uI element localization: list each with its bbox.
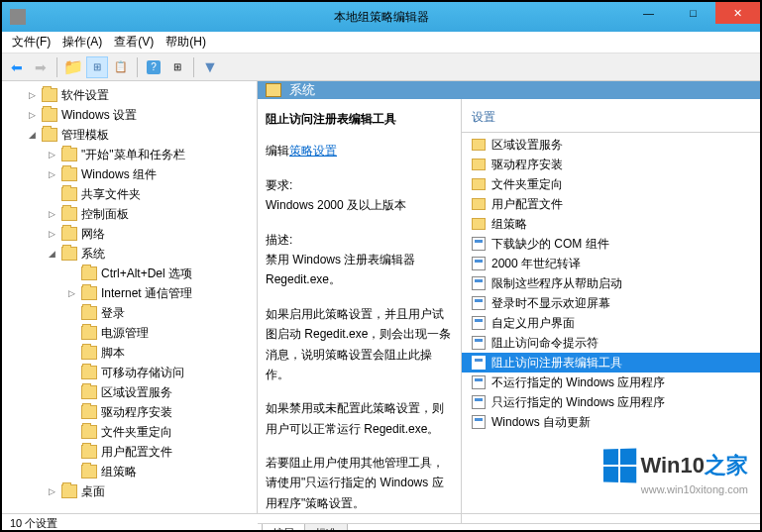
- tree-label: Windows 组件: [81, 166, 157, 183]
- folder-icon: [81, 326, 97, 340]
- tree-label: 软件设置: [61, 87, 109, 104]
- list-item[interactable]: 2000 年世纪转译: [462, 254, 760, 273]
- expand-icon[interactable]: ▷: [46, 486, 57, 496]
- right-panel: 系统 阻止访问注册表编辑工具 编辑策略设置 要求: Windows 2000 及…: [258, 81, 760, 513]
- list-item-label: 登录时不显示欢迎屏幕: [491, 295, 610, 312]
- list-item[interactable]: 文件夹重定向: [462, 174, 760, 194]
- maximize-button[interactable]: □: [671, 2, 715, 24]
- tree-node[interactable]: ▷"开始"菜单和任务栏: [2, 145, 257, 164]
- list-item[interactable]: 区域设置服务: [462, 135, 760, 155]
- menu-file[interactable]: 文件(F): [6, 32, 56, 53]
- tree-node[interactable]: ▷Windows 设置: [2, 105, 257, 125]
- list-item[interactable]: 不运行指定的 Windows 应用程序: [462, 372, 760, 392]
- list-item[interactable]: 阻止访问注册表编辑工具: [462, 353, 760, 372]
- tree-panel[interactable]: ▷软件设置▷Windows 设置◢管理模板▷"开始"菜单和任务栏▷Windows…: [2, 81, 258, 513]
- list-item[interactable]: Windows 自动更新: [462, 412, 760, 432]
- up-button[interactable]: 📁: [62, 56, 84, 78]
- tab-extended[interactable]: 扩展: [262, 524, 305, 532]
- list-item[interactable]: 只运行指定的 Windows 应用程序: [462, 392, 760, 412]
- list-item[interactable]: 登录时不显示欢迎屏幕: [462, 293, 760, 313]
- tree-node[interactable]: 可移动存储访问: [2, 363, 257, 382]
- folder-icon: [61, 167, 77, 181]
- help-button[interactable]: ?: [143, 56, 164, 78]
- tree-node[interactable]: 文件夹重定向: [2, 422, 257, 442]
- tree-node[interactable]: ▷桌面: [2, 481, 257, 501]
- tree-node[interactable]: 组策略: [2, 462, 257, 481]
- list-item-label: 用户配置文件: [491, 196, 563, 213]
- edit-policy-link[interactable]: 策略设置: [289, 144, 337, 158]
- menu-view[interactable]: 查看(V): [108, 32, 160, 53]
- description-p1: 禁用 Windows 注册表编辑器 Regedit.exe。: [266, 250, 453, 290]
- list-column-header[interactable]: 设置: [462, 105, 760, 130]
- title-bar: 本地组策略编辑器 — □ ✕: [2, 2, 760, 32]
- list-item[interactable]: 驱动程序安装: [462, 155, 760, 174]
- folder-icon: [472, 218, 486, 230]
- list-item-label: 组策略: [491, 216, 527, 233]
- folder-icon: [42, 88, 57, 102]
- expand-icon[interactable]: ▷: [26, 110, 38, 120]
- list-item-label: 阻止访问命令提示符: [491, 335, 599, 352]
- tree-label: 区域设置服务: [101, 384, 172, 401]
- list-item[interactable]: 限制这些程序从帮助启动: [462, 273, 760, 293]
- filter-button[interactable]: ▼: [199, 56, 221, 78]
- minimize-button[interactable]: —: [626, 2, 671, 24]
- description-label: 描述:: [266, 230, 453, 250]
- tree-node[interactable]: 脚本: [2, 343, 257, 363]
- expand-icon[interactable]: ◢: [26, 130, 38, 140]
- list-item-label: 限制这些程序从帮助启动: [491, 275, 622, 292]
- folder-icon: [42, 128, 57, 142]
- tree-node[interactable]: ▷Internet 通信管理: [2, 283, 257, 303]
- expand-icon[interactable]: ▷: [46, 150, 57, 160]
- back-button[interactable]: ⬅: [6, 56, 28, 78]
- tree-node[interactable]: 共享文件夹: [2, 184, 257, 204]
- panel-header: 系统: [258, 81, 760, 99]
- properties-button[interactable]: ⊞: [166, 56, 188, 78]
- folder-icon: [472, 178, 486, 190]
- tree-node[interactable]: ◢管理模板: [2, 125, 257, 145]
- tree-node[interactable]: Ctrl+Alt+Del 选项: [2, 264, 257, 283]
- expand-icon[interactable]: ▷: [46, 169, 57, 179]
- policy-icon: [472, 276, 486, 290]
- description-p4: 若要阻止用户使用其他管理工具，请使用"只运行指定的 Windows 应用程序"策…: [266, 453, 453, 513]
- tab-standard[interactable]: 标准: [304, 524, 348, 532]
- list-item[interactable]: 自定义用户界面: [462, 313, 760, 333]
- tree-node[interactable]: ▷网络: [2, 224, 257, 244]
- tree-node[interactable]: ▷Windows 组件: [2, 164, 257, 184]
- tree-node[interactable]: ▷控制面板: [2, 204, 257, 224]
- tree-node[interactable]: 登录: [2, 303, 257, 323]
- export-button[interactable]: 📋: [110, 56, 132, 78]
- expand-icon[interactable]: ◢: [46, 249, 57, 259]
- list-item[interactable]: 组策略: [462, 214, 760, 234]
- expand-icon[interactable]: ▷: [65, 288, 77, 298]
- list-item-label: 只运行指定的 Windows 应用程序: [491, 394, 665, 411]
- tree-node[interactable]: 电源管理: [2, 323, 257, 343]
- expand-icon[interactable]: ▷: [46, 209, 57, 219]
- tree-node[interactable]: ▷软件设置: [2, 85, 257, 105]
- list-item-label: 下载缺少的 COM 组件: [491, 236, 609, 253]
- status-text: 10 个设置: [10, 516, 57, 531]
- policy-icon: [472, 415, 486, 429]
- description-panel: 阻止访问注册表编辑工具 编辑策略设置 要求: Windows 2000 及以上版…: [258, 99, 462, 523]
- tree-label: 脚本: [101, 345, 125, 362]
- tree-node[interactable]: 用户配置文件: [2, 442, 257, 462]
- folder-icon: [61, 247, 77, 261]
- tree-label: 电源管理: [101, 325, 149, 342]
- list-item[interactable]: 下载缺少的 COM 组件: [462, 234, 760, 254]
- description-p2: 如果启用此策略设置，并且用户试图启动 Regedit.exe，则会出现一条消息，…: [266, 304, 453, 385]
- expand-icon[interactable]: ▷: [26, 90, 38, 100]
- tree-node[interactable]: ◢系统: [2, 244, 257, 264]
- main-content: ▷软件设置▷Windows 设置◢管理模板▷"开始"菜单和任务栏▷Windows…: [2, 81, 760, 513]
- tree-label: 组策略: [101, 464, 137, 480]
- expand-icon[interactable]: ▷: [46, 229, 57, 239]
- show-tree-button[interactable]: ⊞: [86, 56, 108, 78]
- menu-help[interactable]: 帮助(H): [160, 32, 212, 53]
- menu-action[interactable]: 操作(A): [56, 32, 108, 53]
- close-button[interactable]: ✕: [715, 2, 760, 24]
- tree-node[interactable]: 区域设置服务: [2, 382, 257, 402]
- list-item[interactable]: 阻止访问命令提示符: [462, 333, 760, 353]
- tree-node[interactable]: 驱动程序安装: [2, 402, 257, 422]
- list-item[interactable]: 用户配置文件: [462, 194, 760, 214]
- folder-icon: [61, 227, 77, 241]
- folder-icon: [472, 198, 486, 210]
- settings-list[interactable]: 设置 区域设置服务驱动程序安装文件夹重定向用户配置文件组策略下载缺少的 COM …: [462, 99, 760, 523]
